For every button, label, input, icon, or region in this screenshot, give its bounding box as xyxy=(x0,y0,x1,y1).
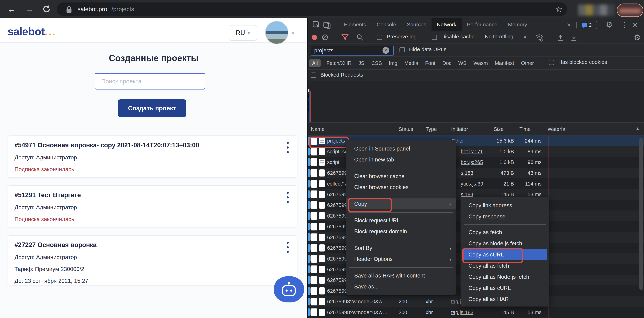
resource-type-chip[interactable]: Wasm xyxy=(472,59,489,67)
row-checkbox[interactable] xyxy=(311,287,317,295)
column-header-name[interactable]: Name xyxy=(311,126,324,132)
row-checkbox[interactable] xyxy=(311,190,317,198)
submenu-item[interactable]: Copy all as fetch xyxy=(460,260,549,271)
close-devtools-icon[interactable]: × xyxy=(632,19,638,30)
settings-gear-icon[interactable]: ⚙ xyxy=(606,20,613,29)
resource-type-chip[interactable]: CSS xyxy=(370,59,383,67)
preserve-log-checkbox[interactable] xyxy=(377,35,382,40)
context-menu-item[interactable]: Clear browser cache xyxy=(346,171,456,182)
context-menu-item[interactable]: Block request URL xyxy=(346,215,456,226)
create-project-button[interactable]: Создать проект xyxy=(118,100,186,117)
row-checkbox[interactable] xyxy=(311,148,317,156)
submenu-item[interactable]: Copy link address xyxy=(460,200,549,211)
issues-badge[interactable]: 2 xyxy=(576,21,597,29)
context-menu-item[interactable] xyxy=(346,165,456,171)
throttling-select[interactable]: No throttling xyxy=(485,34,514,40)
blocked-requests-checkbox[interactable] xyxy=(311,72,316,78)
row-checkbox[interactable] xyxy=(311,137,317,145)
resource-type-chip[interactable]: All xyxy=(309,59,320,67)
project-card[interactable]: #27227 Основная воронка Доступ: Админист… xyxy=(8,235,297,286)
row-checkbox[interactable] xyxy=(311,266,317,273)
table-row[interactable]: 62675998?wmode=0&w… 200 xhr tag.js:183 1… xyxy=(308,307,644,318)
devtools-tab[interactable]: Performance xyxy=(462,18,503,31)
submenu-item[interactable] xyxy=(460,222,549,227)
column-header-time[interactable]: Time xyxy=(520,126,530,132)
inspect-element-icon[interactable] xyxy=(312,21,320,29)
avatar[interactable] xyxy=(265,21,288,44)
resource-type-chip[interactable]: WS xyxy=(457,59,468,67)
context-menu-item[interactable]: Save as... xyxy=(346,281,456,292)
resource-type-chip[interactable]: Img xyxy=(388,59,398,67)
filter-icon[interactable] xyxy=(342,34,348,41)
address-bar[interactable]: salebot.pro /projects ☆ xyxy=(56,2,567,16)
request-initiator[interactable]: tag.js:183 xyxy=(451,309,474,315)
language-select[interactable]: RU▾ xyxy=(229,25,257,41)
submenu-item[interactable]: Copy all as HAR xyxy=(460,294,549,305)
row-checkbox[interactable] xyxy=(311,201,317,209)
column-header-initiator[interactable]: Initiator xyxy=(451,126,468,132)
resource-type-chip[interactable]: JS xyxy=(358,59,366,67)
context-menu-item[interactable] xyxy=(346,237,456,243)
row-checkbox[interactable] xyxy=(311,298,317,306)
devtools-menu-kebab-icon[interactable]: ⋮ xyxy=(621,20,628,29)
submenu-item[interactable]: Copy all as Node.js fetch xyxy=(460,271,549,282)
card-menu-button[interactable] xyxy=(286,242,289,256)
devtools-tab[interactable]: Elements xyxy=(339,18,371,31)
context-menu-item[interactable] xyxy=(346,210,456,215)
record-network-log-icon[interactable] xyxy=(312,35,317,40)
submenu-item[interactable]: Copy as fetch xyxy=(460,227,549,238)
devtools-tab[interactable]: Network xyxy=(432,18,462,31)
resource-type-chip[interactable]: Manifest xyxy=(494,59,515,67)
bookmark-star-icon[interactable]: ☆ xyxy=(555,4,562,14)
account-chevron-down-icon[interactable]: ▾ xyxy=(292,30,294,36)
network-overview-timeline[interactable]: 50000 ms100000 ms150000 ms200000 ms25000… xyxy=(308,81,644,123)
forward-icon[interactable]: → xyxy=(25,4,34,14)
network-filter-input[interactable] xyxy=(311,46,394,56)
context-menu-item[interactable]: Sort By › xyxy=(346,243,456,254)
row-checkbox[interactable] xyxy=(311,212,317,220)
clear-filter-icon[interactable]: × xyxy=(382,47,389,54)
row-checkbox[interactable] xyxy=(311,244,317,252)
hide-data-urls-checkbox[interactable] xyxy=(400,47,405,52)
row-checkbox[interactable] xyxy=(311,234,317,241)
row-checkbox[interactable] xyxy=(311,169,317,177)
context-menu-item[interactable]: Open in Sources panel xyxy=(346,143,456,154)
project-search-input[interactable] xyxy=(95,73,205,90)
context-menu-item[interactable]: Block request domain xyxy=(346,226,456,237)
more-tabs-icon[interactable]: » xyxy=(567,21,570,28)
row-checkbox[interactable] xyxy=(311,158,317,166)
clear-network-log-icon[interactable] xyxy=(322,34,328,41)
column-header-waterfall[interactable]: Waterfall xyxy=(548,126,568,132)
column-header-status[interactable]: Status xyxy=(398,126,413,132)
context-menu-item[interactable]: Header Options › xyxy=(346,254,456,264)
row-checkbox[interactable] xyxy=(311,308,317,316)
resource-type-chip[interactable]: Doc xyxy=(441,59,452,67)
project-card[interactable]: #51291 Тест Втаргете Доступ: Администрат… xyxy=(8,185,297,228)
devtools-tab[interactable]: Console xyxy=(371,18,402,31)
back-icon[interactable]: ← xyxy=(8,4,16,14)
row-checkbox[interactable] xyxy=(311,223,317,230)
disable-cache-checkbox[interactable] xyxy=(432,35,437,40)
resource-type-chip[interactable]: Media xyxy=(403,59,419,67)
scrollbar-thumb[interactable] xyxy=(640,138,643,290)
row-checkbox[interactable] xyxy=(311,180,317,188)
profile-badge-redacted[interactable] xyxy=(617,4,643,17)
context-menu-item[interactable]: Save all as HAR with content xyxy=(346,270,456,281)
network-conditions-wifi-icon[interactable] xyxy=(535,33,544,42)
devtools-tab[interactable]: Memory xyxy=(503,18,532,31)
column-header-size[interactable]: Size xyxy=(494,126,504,132)
row-checkbox[interactable] xyxy=(311,276,317,284)
row-checkbox[interactable] xyxy=(311,255,317,263)
column-header-type[interactable]: Type xyxy=(426,126,437,132)
device-toolbar-icon[interactable] xyxy=(323,21,331,29)
submenu-item[interactable]: Copy all as cURL xyxy=(460,282,549,294)
context-menu-item[interactable]: Open in new tab xyxy=(346,154,456,165)
export-har-icon[interactable] xyxy=(570,34,578,42)
import-har-icon[interactable] xyxy=(556,34,564,42)
network-settings-gear-icon[interactable]: ⚙ xyxy=(634,33,641,42)
chat-bot-button[interactable] xyxy=(274,276,304,302)
throttling-dropdown-icon[interactable]: ▼ xyxy=(523,35,527,40)
resource-type-chip[interactable]: Font xyxy=(424,59,436,67)
card-menu-button[interactable] xyxy=(286,192,289,206)
devtools-tab[interactable]: Sources xyxy=(402,18,432,31)
